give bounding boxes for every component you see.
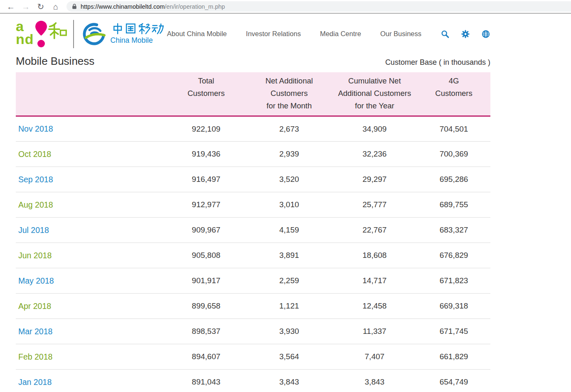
cell-month: Apr 2018 <box>16 294 166 319</box>
cell-month: Oct 2018 <box>16 142 166 167</box>
table-header-row: Total Customers Net Additional Customers… <box>16 72 490 116</box>
customer-base-table: Total Customers Net Additional Customers… <box>16 72 490 392</box>
cell-cumulative-net-year: 29,297 <box>332 167 418 192</box>
month-link[interactable]: Oct 2018 <box>18 149 51 159</box>
url-domain: https://www.chinamobileltd.com <box>81 3 165 10</box>
table-body: Nov 2018922,1092,67334,909704,501Oct 201… <box>16 116 490 392</box>
cell-net-additional-month: 2,939 <box>246 142 332 167</box>
cell-month: Feb 2018 <box>16 344 166 370</box>
cell-cumulative-net-year: 7,407 <box>332 344 418 370</box>
cell-net-additional-month: 4,159 <box>246 218 332 243</box>
customer-base-note: Customer Base ( in thousands ) <box>385 58 490 67</box>
cell-net-additional-month: 2,259 <box>246 268 332 294</box>
and-logo-line2: nd <box>16 33 34 46</box>
month-link[interactable]: Feb 2018 <box>18 352 52 361</box>
cell-cumulative-net-year: 14,717 <box>332 268 418 294</box>
cell-total-customers: 891,043 <box>166 370 246 392</box>
cell-cumulative-net-year: 22,767 <box>332 218 418 243</box>
cell-cumulative-net-year: 25,777 <box>332 192 418 218</box>
title-row: Mobile Business Customer Base ( in thous… <box>16 55 490 69</box>
site-header: a nd <box>0 14 571 54</box>
cell-month: May 2018 <box>16 268 166 294</box>
and-logo-pin-icon <box>34 20 48 48</box>
he-character-glyph <box>48 20 67 41</box>
cell-total-customers: 916,497 <box>166 167 246 192</box>
cell-4g-customers: 700,369 <box>417 142 490 167</box>
month-link[interactable]: Sep 2018 <box>18 175 53 184</box>
table-row: Aug 2018912,9773,01025,777689,755 <box>16 192 490 218</box>
nav-investor-relations[interactable]: Investor Relations <box>246 30 301 38</box>
forward-button[interactable]: → <box>18 0 33 13</box>
cell-cumulative-net-year: 3,843 <box>332 370 418 392</box>
browser-toolbar: ← → ↻ ⌂ https://www.chinamobileltd.com/e… <box>0 0 571 14</box>
cell-month: Jun 2018 <box>16 243 166 268</box>
china-mobile-en-wordmark: China Mobile <box>111 36 167 45</box>
page-title: Mobile Business <box>16 55 94 68</box>
table-row: Jul 2018909,9674,15922,767683,327 <box>16 218 490 243</box>
month-link[interactable]: Jun 2018 <box>18 251 52 260</box>
cell-total-customers: 898,537 <box>166 319 246 344</box>
month-link[interactable]: Apr 2018 <box>18 301 51 311</box>
cell-4g-customers: 654,749 <box>417 370 490 392</box>
month-link[interactable]: Jan 2018 <box>18 377 52 387</box>
cell-month: Aug 2018 <box>16 192 166 218</box>
cell-month: Jul 2018 <box>16 218 166 243</box>
globe-icon[interactable] <box>481 29 490 39</box>
gear-icon[interactable] <box>461 29 470 39</box>
cell-total-customers: 922,109 <box>166 116 246 142</box>
and-logo-letters: a nd <box>16 20 34 46</box>
header-total-customers: Total Customers <box>166 72 246 116</box>
cell-cumulative-net-year: 18,608 <box>332 243 418 268</box>
china-mobile-logo[interactable]: China Mobile <box>81 22 167 46</box>
and-he-logo[interactable]: a nd <box>16 20 67 48</box>
table-row: Apr 2018899,6581,12112,458669,318 <box>16 294 490 319</box>
cell-total-customers: 905,808 <box>166 243 246 268</box>
address-bar[interactable]: https://www.chinamobileltd.com/en/ir/ope… <box>66 1 571 12</box>
logo-divider <box>73 20 74 48</box>
lock-icon <box>72 3 77 10</box>
table-row: Nov 2018922,1092,67334,909704,501 <box>16 116 490 142</box>
cell-4g-customers: 661,829 <box>417 344 490 370</box>
cell-month: Nov 2018 <box>16 116 166 142</box>
china-mobile-cn-wordmark <box>111 23 167 34</box>
and-logo-line1: a <box>16 20 34 33</box>
cell-month: Jan 2018 <box>16 370 166 392</box>
cell-total-customers: 901,917 <box>166 268 246 294</box>
cell-cumulative-net-year: 34,909 <box>332 116 418 142</box>
reload-button[interactable]: ↻ <box>33 0 48 13</box>
nav-about-china-mobile[interactable]: About China Mobile <box>167 30 227 38</box>
nav-icon-group <box>441 29 490 39</box>
cell-net-additional-month: 3,891 <box>246 243 332 268</box>
cell-total-customers: 894,607 <box>166 344 246 370</box>
china-mobile-swirl-icon <box>81 22 106 46</box>
nav-media-centre[interactable]: Media Centre <box>320 30 361 38</box>
main-nav: About China Mobile Investor Relations Me… <box>167 29 490 39</box>
search-icon[interactable] <box>441 29 450 39</box>
month-link[interactable]: Jul 2018 <box>18 225 49 235</box>
cell-net-additional-month: 3,930 <box>246 319 332 344</box>
cell-cumulative-net-year: 12,458 <box>332 294 418 319</box>
cell-month: Sep 2018 <box>16 167 166 192</box>
cell-total-customers: 899,658 <box>166 294 246 319</box>
china-mobile-wordmark: China Mobile <box>111 23 167 45</box>
cell-total-customers: 912,977 <box>166 192 246 218</box>
header-4g-customers: 4G Customers <box>417 72 490 116</box>
cell-net-additional-month: 1,121 <box>246 294 332 319</box>
home-button[interactable]: ⌂ <box>48 0 63 13</box>
table-row: Jun 2018905,8083,89118,608676,829 <box>16 243 490 268</box>
cell-net-additional-month: 2,673 <box>246 116 332 142</box>
header-net-additional-month: Net Additional Customers for the Month <box>246 72 332 116</box>
logo-group: a nd <box>16 20 167 48</box>
cell-4g-customers: 669,318 <box>417 294 490 319</box>
header-month-column <box>16 72 166 116</box>
month-link[interactable]: Aug 2018 <box>18 200 53 209</box>
url-text: https://www.chinamobileltd.com/en/ir/ope… <box>81 3 225 10</box>
month-link[interactable]: May 2018 <box>18 276 54 285</box>
cell-4g-customers: 683,327 <box>417 218 490 243</box>
nav-our-business[interactable]: Our Business <box>380 30 421 38</box>
month-link[interactable]: Nov 2018 <box>18 124 53 133</box>
month-link[interactable]: Mar 2018 <box>18 327 52 336</box>
cell-net-additional-month: 3,520 <box>246 167 332 192</box>
cell-net-additional-month: 3,564 <box>246 344 332 370</box>
back-button[interactable]: ← <box>3 0 18 13</box>
